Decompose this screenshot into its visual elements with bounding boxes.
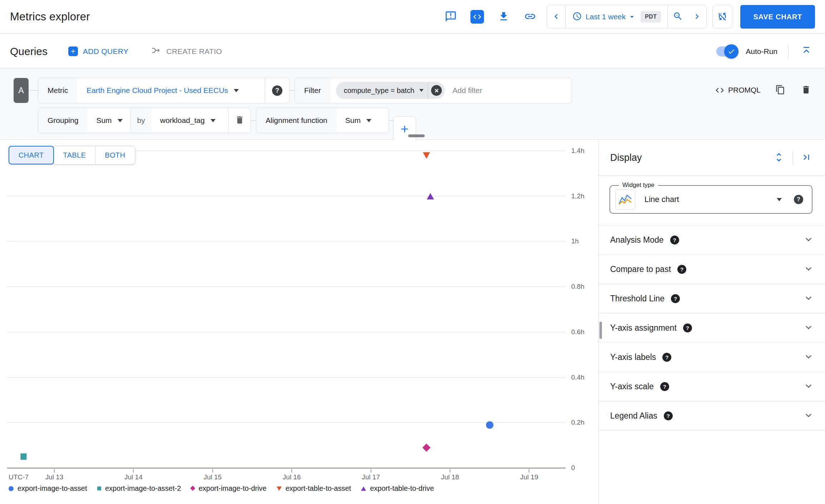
queries-heading: Queries <box>10 45 48 58</box>
data-point-export-image-to-asset-2[interactable] <box>20 454 26 460</box>
gridline <box>7 332 565 332</box>
time-back-button[interactable] <box>547 5 565 28</box>
panel-section-label: Y-axis assignment <box>610 323 677 333</box>
gridline <box>7 286 565 287</box>
queries-bar-right: Auto-Run <box>716 43 815 60</box>
panel-section-threshold-line[interactable]: Threshold Line? <box>599 284 825 313</box>
remove-grouping-button[interactable] <box>228 108 251 133</box>
help-icon[interactable]: ? <box>671 294 680 303</box>
download-button[interactable] <box>495 8 512 25</box>
add-filter-input[interactable] <box>453 86 572 95</box>
divider <box>792 151 793 165</box>
auto-run-label: Auto-Run <box>746 47 777 56</box>
time-range-dropdown[interactable]: Last 1 week PDT <box>566 5 667 28</box>
filter-chip[interactable]: compute_type = batch <box>336 82 445 99</box>
timezone-badge[interactable]: PDT <box>641 11 661 23</box>
unfold-more-icon <box>773 152 785 164</box>
panel-section-y-axis-assignment[interactable]: Y-axis assignment? <box>599 313 825 342</box>
auto-refresh-off-button[interactable] <box>712 5 732 29</box>
clock-icon <box>572 11 582 23</box>
help-icon[interactable]: ? <box>683 323 692 332</box>
add-query-button[interactable]: ADD QUERY <box>68 46 128 56</box>
data-point-export-table-to-drive[interactable] <box>427 193 434 199</box>
metrics-explorer-app: Metrics explorer <box>0 0 825 504</box>
widget-type-field[interactable]: Widget type Line chart ? <box>609 185 812 214</box>
triangle-down-marker <box>423 152 430 159</box>
diamond-marker <box>190 486 196 491</box>
help-icon[interactable]: ? <box>794 195 803 204</box>
legend-label: export-table-to-asset <box>286 484 351 493</box>
promql-label: PROMQL <box>728 86 761 94</box>
panel-section-analysis-mode[interactable]: Analysis Mode? <box>599 225 825 255</box>
resize-handle[interactable] <box>408 134 425 137</box>
save-chart-button[interactable]: SAVE CHART <box>740 5 815 29</box>
display-panel-title: Display <box>610 152 642 163</box>
chevron-left-icon <box>551 11 561 23</box>
create-ratio-label: CREATE RATIO <box>166 47 222 56</box>
alignment-value-dropdown[interactable]: Sum <box>345 116 361 125</box>
chevron-down-icon <box>118 119 123 122</box>
auto-run-toggle[interactable] <box>716 46 737 56</box>
create-ratio-button[interactable]: CREATE RATIO <box>151 45 222 57</box>
copy-icon <box>775 85 785 96</box>
share-link-button[interactable] <box>522 8 539 25</box>
query-row-actions: PROMQL <box>715 84 812 96</box>
view-tab-both[interactable]: BOTH <box>95 146 135 164</box>
collapse-panel-button[interactable] <box>799 151 814 165</box>
duplicate-query-button[interactable] <box>774 84 786 96</box>
chevron-down-icon <box>803 410 814 423</box>
metric-value-dropdown[interactable]: Earth Engine Cloud Project - Used EECUs <box>87 86 228 95</box>
chevron-down-icon <box>777 198 782 201</box>
zoom-out-button[interactable] <box>668 5 688 28</box>
connector-line <box>251 120 256 121</box>
group-by-dropdown[interactable]: workload_tag <box>160 116 205 125</box>
legend-item-export-image-to-asset[interactable]: export-image-to-asset <box>9 484 87 493</box>
legend-item-export-image-to-asset-2[interactable]: export-image-to-asset-2 <box>97 484 181 493</box>
add-query-label: ADD QUERY <box>83 47 128 56</box>
grouping-field: Grouping Sum by workload_tag <box>38 108 251 133</box>
promql-button[interactable]: PROMQL <box>715 85 761 95</box>
code-editor-button[interactable] <box>469 8 486 25</box>
help-icon[interactable]: ? <box>660 382 669 391</box>
panel-section-y-axis-scale[interactable]: Y-axis scale? <box>599 372 825 401</box>
add-step-button[interactable] <box>393 116 416 142</box>
trash-icon <box>235 115 244 126</box>
chevron-down-icon <box>803 234 814 247</box>
expand-all-button[interactable] <box>772 151 786 165</box>
remove-filter-button[interactable] <box>431 85 442 96</box>
help-icon[interactable]: ? <box>677 265 686 274</box>
time-forward-button[interactable] <box>688 8 706 25</box>
connector-line <box>29 90 38 91</box>
legend-item-export-table-to-asset[interactable]: export-table-to-asset <box>277 484 351 493</box>
gridline <box>7 241 565 242</box>
feedback-button[interactable] <box>442 8 459 25</box>
sync-disabled-icon <box>717 11 728 23</box>
x-axis-tick-label: Jul 19 <box>520 473 538 481</box>
help-icon[interactable]: ? <box>664 411 673 420</box>
zoom-out-icon <box>673 11 683 23</box>
scrollbar-thumb[interactable] <box>599 322 602 339</box>
data-point-export-image-to-asset[interactable] <box>486 421 493 429</box>
panel-section-legend-alias[interactable]: Legend Alias? <box>599 401 825 430</box>
check-icon <box>727 48 735 55</box>
legend-item-export-table-to-drive[interactable]: export-table-to-drive <box>361 484 434 493</box>
triangle-down-marker <box>277 486 282 491</box>
code-icon <box>715 85 725 95</box>
delete-query-button[interactable] <box>800 84 812 96</box>
panel-section-compare-to-past[interactable]: Compare to past? <box>599 255 825 284</box>
view-tab-chart[interactable]: CHART <box>9 146 54 164</box>
panel-section-y-axis-labels[interactable]: Y-axis labels? <box>599 342 825 372</box>
view-tab-table[interactable]: TABLE <box>54 146 96 164</box>
collapse-queries-button[interactable] <box>798 43 815 60</box>
diamond-marker <box>423 444 430 451</box>
grouping-value-dropdown[interactable]: Sum <box>96 116 112 125</box>
panel-section-label: Analysis Mode <box>610 235 664 245</box>
help-icon[interactable]: ? <box>670 236 679 244</box>
help-icon: ? <box>272 85 282 96</box>
help-icon[interactable]: ? <box>662 353 671 362</box>
metric-help-segment[interactable]: ? <box>265 78 289 103</box>
x-axis-tick <box>133 469 134 473</box>
legend-item-export-image-to-drive[interactable]: export-image-to-drive <box>191 484 266 493</box>
data-point-export-image-to-drive[interactable] <box>424 445 429 450</box>
data-point-export-table-to-asset[interactable] <box>423 152 430 159</box>
